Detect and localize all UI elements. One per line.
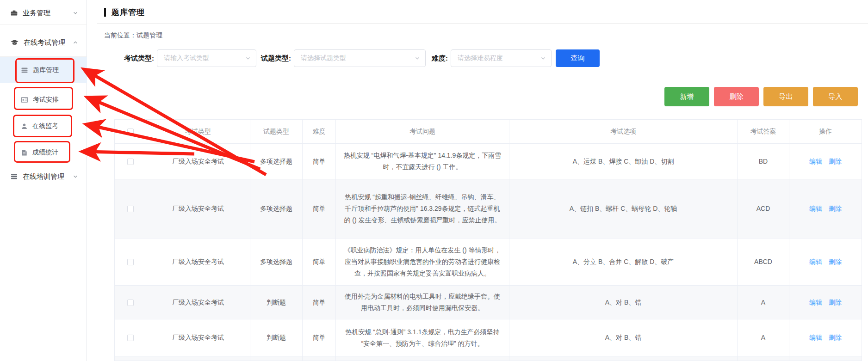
- cell-question: 热机安规 “电焊和气焊-基本规定” 14.1.9条规定，下雨雪时，不宜露天进行 …: [336, 144, 509, 179]
- sidebar-item-question-bank[interactable]: 题库管理: [0, 61, 87, 79]
- header-question-type: 试题类型: [250, 120, 303, 144]
- delete-link[interactable]: 删除: [829, 299, 842, 306]
- export-button[interactable]: 导出: [763, 87, 808, 106]
- chevron-down-icon: [72, 10, 79, 16]
- list-icon: [10, 173, 18, 180]
- row-checkbox-cell: [115, 144, 146, 179]
- document-icon: [21, 149, 28, 156]
- cell-exam-type: 厂级入场安全考试: [146, 179, 250, 239]
- cell-question: 使用外壳为金属材料的电动工具时，应戴绝缘手套。使用电动工具时，必须同时使用漏电保…: [336, 286, 509, 319]
- briefcase-icon: [10, 9, 18, 17]
- id-card-icon: [21, 96, 28, 104]
- add-button[interactable]: 新增: [664, 87, 709, 106]
- chevron-down-icon: [414, 55, 421, 63]
- row-checkbox[interactable]: [127, 206, 134, 212]
- sidebar-item-label: 在线考试管理: [24, 38, 65, 47]
- cell-exam-type: 厂级入场安全考试: [146, 144, 250, 179]
- cell-operations: 编辑删除: [789, 319, 862, 356]
- cell-answer: BD: [738, 144, 789, 179]
- sidebar: 业务管理 在线考试管理 题库管理 考试安排: [0, 0, 87, 361]
- row-checkbox[interactable]: [127, 300, 134, 306]
- cell-operations: 编辑删除: [789, 179, 862, 239]
- header-answer: 考试答案: [738, 120, 789, 144]
- cell-question-type: 判断题: [250, 319, 303, 356]
- chevron-down-icon: [245, 55, 251, 63]
- delete-button[interactable]: 删除: [714, 87, 759, 106]
- question-type-filter-label: 试题类型:: [261, 54, 291, 63]
- database-list-icon: [21, 67, 28, 74]
- cell-question-type: 多项选择题: [250, 239, 303, 286]
- cell-question-type: 判断题: [250, 286, 303, 319]
- cell-difficulty: 简单: [303, 319, 336, 356]
- cell-options: A、链扣 B、螺杆 C、蜗母轮 D、轮轴: [509, 179, 738, 239]
- question-type-placeholder: 请选择试题类型: [301, 54, 346, 62]
- cell-options: A、运煤 B、焊接 C、卸油 D、切割: [509, 144, 738, 179]
- import-button[interactable]: 导入: [813, 87, 858, 106]
- cell-question: 《职业病防治法》规定：用人单位在发生 () 等情形时，应当对从事接触职业病危害的…: [336, 239, 509, 286]
- delete-link[interactable]: 删除: [829, 158, 842, 165]
- filter-bar: 考试类型: 请输入考试类型 试题类型: 请选择试题类型 难度: 请选择难易程度: [124, 49, 868, 67]
- edit-link[interactable]: 编辑: [809, 299, 822, 306]
- difficulty-select[interactable]: 请选择难易程度: [451, 49, 552, 67]
- cell-options: A、分立 B、合并 C、解散 D、破产: [509, 239, 738, 286]
- delete-link[interactable]: 删除: [829, 258, 842, 265]
- sidebar-item-label: 在线培训管理: [23, 172, 64, 181]
- row-checkbox[interactable]: [127, 159, 134, 165]
- select-all-checkbox[interactable]: [127, 128, 134, 135]
- sidebar-item-online-exam-management[interactable]: 在线考试管理: [0, 33, 87, 52]
- header-operations: 操作: [789, 120, 862, 144]
- edit-link[interactable]: 编辑: [809, 334, 822, 341]
- row-checkbox-cell: [115, 239, 146, 286]
- chevron-down-icon: [72, 173, 79, 180]
- table-row-partial: [115, 356, 862, 361]
- row-checkbox[interactable]: [127, 335, 134, 341]
- cell-question-type: 多项选择题: [250, 179, 303, 239]
- main-content: 题库管理 当前位置：试题管理 考试类型: 请输入考试类型 试题类型: 请选择试题…: [87, 0, 868, 361]
- header-question: 考试问题: [336, 120, 509, 144]
- difficulty-placeholder: 请选择难易程度: [458, 54, 503, 62]
- cell-operations: 编辑删除: [789, 286, 862, 319]
- sidebar-divider: [0, 24, 87, 25]
- table-row: 厂级入场安全考试多项选择题简单《职业病防治法》规定：用人单位在发生 () 等情形…: [115, 239, 862, 286]
- header-exam-type: 考试类型: [146, 120, 250, 144]
- cell-answer: ACD: [738, 179, 789, 239]
- sidebar-item-label: 题库管理: [33, 66, 59, 74]
- edit-link[interactable]: 编辑: [809, 258, 822, 265]
- cell-answer: ABCD: [738, 239, 789, 286]
- exam-type-select[interactable]: 请输入考试类型: [157, 49, 256, 67]
- search-button[interactable]: 查询: [556, 49, 600, 67]
- edit-link[interactable]: 编辑: [809, 158, 822, 165]
- sidebar-item-label: 成绩统计: [32, 148, 58, 157]
- row-checkbox-cell: [115, 179, 146, 239]
- row-checkbox-cell: [115, 286, 146, 319]
- breadcrumb: 当前位置：试题管理: [104, 31, 868, 39]
- table-actions: 新增 删除 导出 导入: [87, 87, 868, 106]
- title-divider: [97, 23, 868, 24]
- cell-difficulty: 简单: [303, 286, 336, 319]
- cell-exam-type: 厂级入场安全考试: [146, 319, 250, 356]
- sidebar-item-online-proctoring[interactable]: 在线监考: [0, 117, 87, 135]
- sidebar-item-online-training-management[interactable]: 在线培训管理: [0, 167, 87, 186]
- cell-exam-type: 厂级入场安全考试: [146, 239, 250, 286]
- cell-options: A、对 B、错: [509, 286, 738, 319]
- row-checkbox[interactable]: [127, 259, 134, 265]
- table-row: 厂级入场安全考试判断题简单热机安规 “总则-通则” 3.1.1条规定，电力生产必…: [115, 319, 862, 356]
- delete-link[interactable]: 删除: [829, 334, 842, 341]
- title-accent-bar: [104, 8, 106, 17]
- row-checkbox-cell: [115, 319, 146, 356]
- sidebar-item-exam-schedule[interactable]: 考试安排: [0, 91, 87, 109]
- sidebar-item-business-management[interactable]: 业务管理: [0, 4, 87, 22]
- chevron-down-icon: [540, 55, 546, 63]
- sidebar-item-score-statistics[interactable]: 成绩统计: [0, 144, 87, 161]
- cell-difficulty: 简单: [303, 144, 336, 179]
- cell-exam-type: 厂级入场安全考试: [146, 286, 250, 319]
- page-title: 题库管理: [104, 6, 868, 18]
- table-row: 厂级入场安全考试多项选择题简单热机安规 “起重和搬运-钢丝绳、纤维绳、吊钩、滑车…: [115, 179, 862, 239]
- edit-link[interactable]: 编辑: [809, 205, 822, 212]
- cell-options: A、对 B、错: [509, 319, 738, 356]
- question-table: 考试类型 试题类型 难度 考试问题 考试选项 考试答案 操作 厂级入场安全考试多…: [114, 119, 862, 361]
- cell-difficulty: 简单: [303, 239, 336, 286]
- question-type-select[interactable]: 请选择试题类型: [294, 49, 426, 67]
- cell-question: 热机安规 “总则-通则” 3.1.1条规定，电力生产必须坚持 “安全第一、预防为…: [336, 319, 509, 356]
- delete-link[interactable]: 删除: [829, 205, 842, 212]
